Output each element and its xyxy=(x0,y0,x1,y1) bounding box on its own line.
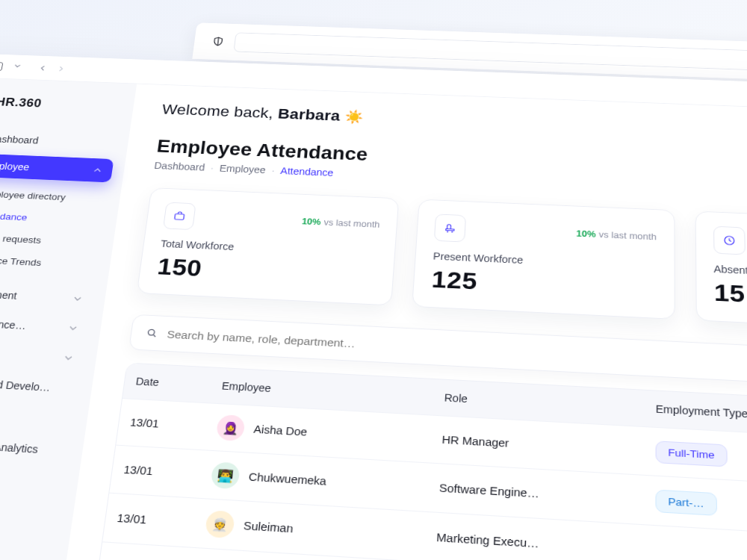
cell-role: HR Manager xyxy=(430,423,644,468)
delta-rest: vs last month xyxy=(599,230,657,242)
cell-date: 13/01 xyxy=(96,550,190,560)
sidebar-item-performance[interactable]: Performance… xyxy=(0,308,90,342)
chevron-down-icon xyxy=(71,293,85,305)
card-total-workforce: 10% vs last month Total Workforce 150 xyxy=(137,187,400,305)
cell-date: 13/01 xyxy=(104,500,197,540)
cell-type: Full-Time xyxy=(644,429,747,482)
cell-date: 13/01 xyxy=(117,405,208,443)
sidebar-item-reports[interactable]: Reports and Analytics xyxy=(0,428,72,464)
nav-back-icon[interactable] xyxy=(37,63,49,72)
sidebar-item-label: Dashboard xyxy=(0,134,40,146)
sidebar-item-training[interactable]: Training and Develo… xyxy=(0,367,81,402)
employment-chip: Part-… xyxy=(655,489,716,515)
search-icon xyxy=(145,327,159,339)
sidebar-sub-label: Absence Trends xyxy=(0,255,42,268)
avatar: 👳 xyxy=(205,510,235,538)
chevron-down-icon xyxy=(61,352,75,364)
delta-pct: 10% xyxy=(576,229,595,240)
sidebar-item-label: Recruitment xyxy=(0,287,18,301)
attendance-table: Date Employee Role Employment Type 13/01… xyxy=(95,362,747,560)
cell-role: Software Engine… xyxy=(427,470,644,517)
sidebar-item-label: Employee xyxy=(0,161,30,172)
chevron-up-icon xyxy=(91,165,105,176)
col-date: Date xyxy=(123,363,213,402)
sidebar-toggle-icon[interactable] xyxy=(0,62,3,71)
employee-submenu: Employee directory Attendance Leave requ… xyxy=(0,182,109,276)
crumb[interactable]: Dashboard xyxy=(154,161,205,173)
avatar: 👨‍💻 xyxy=(210,461,240,489)
sidebar-item-label: Performance… xyxy=(0,317,27,332)
sidebar-sub-label: Employee directory xyxy=(0,189,66,202)
card-present-workforce: 10% vs last month Present Workforce 125 xyxy=(412,199,675,320)
brand-name: HR.360 xyxy=(0,95,43,110)
employee-name: Aisha Doe xyxy=(253,423,308,438)
crumb[interactable]: Employee xyxy=(219,163,266,175)
sidebar-item-employee[interactable]: Employee xyxy=(0,152,114,182)
employee-name: Chukwuemeka xyxy=(248,470,326,488)
crumb-separator: · xyxy=(210,163,214,173)
clock-alert-icon xyxy=(713,226,746,255)
cell-role: Marketing Execu… xyxy=(424,519,643,560)
card-value: 15 xyxy=(714,279,747,317)
chevron-down-icon xyxy=(66,323,80,335)
cell-type: Part-… xyxy=(644,477,747,532)
card-value: 125 xyxy=(431,266,657,304)
employee-name: Suleiman xyxy=(243,520,294,535)
card-absent-workforce: 10% vs last month Absent Workforce 15 xyxy=(695,211,747,333)
sidebar-item-label: Reports and Analytics xyxy=(0,438,39,455)
welcome-prefix: Welcome back, xyxy=(161,102,279,122)
avatar: 🧕 xyxy=(216,414,246,441)
delta-badge: 10% vs last month xyxy=(301,217,380,229)
seat-icon xyxy=(434,214,466,242)
crumb-current: Attendance xyxy=(280,166,334,178)
svg-point-15 xyxy=(148,329,155,335)
briefcase-icon xyxy=(163,202,196,230)
shield-icon xyxy=(211,36,226,47)
sidebar-item-payroll[interactable]: Payroll xyxy=(0,337,86,372)
sidebar-item-label: Training and Develo… xyxy=(0,376,52,393)
sun-icon: ☀️ xyxy=(344,110,365,125)
svg-rect-13 xyxy=(175,214,185,220)
delta-badge: 10% vs last month xyxy=(576,229,657,243)
sidebar-sub-employee-directory[interactable]: Employee directory xyxy=(0,182,109,209)
card-value: 150 xyxy=(156,253,377,290)
welcome-name: Barbara xyxy=(277,105,341,123)
delta-rest: vs last month xyxy=(323,218,380,230)
brand: HR.360 xyxy=(0,93,120,114)
sidebar-sub-label: Attendance xyxy=(0,211,28,223)
employment-chip: Full-Time xyxy=(656,441,728,467)
stat-cards: 10% vs last month Total Workforce 150 xyxy=(137,187,747,334)
app-window: HR.360 Dashboard Employee Employee direc… xyxy=(0,53,747,560)
cell-type xyxy=(643,538,747,560)
cell-date: 13/01 xyxy=(111,452,202,491)
nav-forward-icon[interactable] xyxy=(55,64,66,73)
sidebar-item-schedule[interactable]: Schedule xyxy=(0,397,76,433)
sidebar-item-dashboard[interactable]: Dashboard xyxy=(0,126,118,155)
delta-pct: 10% xyxy=(301,217,321,227)
sidebar-item-recruitment[interactable]: Recruitment xyxy=(0,279,95,312)
crumb-separator: · xyxy=(271,165,275,175)
search-input[interactable] xyxy=(167,328,747,373)
sidebar-sub-label: Leave requests xyxy=(0,232,42,246)
main-content: Welcome back, Barbara ☀️ Employee Attend… xyxy=(45,84,747,560)
chevron-down-icon[interactable] xyxy=(12,61,23,70)
